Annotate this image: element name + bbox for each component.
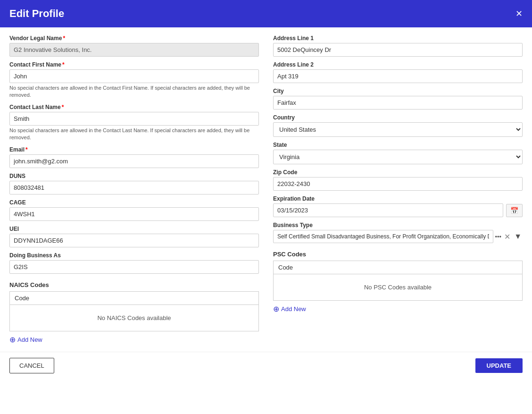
address-line2-label: Address Line 2 [273, 61, 523, 68]
contact-first-name-note: No special characters are allowed in the… [9, 84, 259, 99]
address-line1-group: Address Line 1 [273, 35, 523, 57]
country-group: Country United States Canada Other [273, 114, 523, 137]
zip-code-label: Zip Code [273, 169, 523, 176]
expiration-date-group: Expiration Date 📅 [273, 195, 523, 217]
country-select[interactable]: United States Canada Other [273, 122, 523, 137]
city-label: City [273, 88, 523, 94]
calendar-button[interactable]: 📅 [506, 204, 523, 217]
naics-empty-message: No NAICS Codes available [10, 305, 258, 331]
business-type-input[interactable] [273, 230, 493, 243]
modal-body: Vendor Legal Name* Contact First Name* N… [0, 27, 532, 352]
address-line1-input[interactable] [273, 43, 523, 57]
modal-footer: CANCEL UPDATE [0, 352, 532, 379]
doing-business-as-input[interactable] [9, 260, 259, 274]
country-label: Country [273, 114, 523, 121]
expiration-date-input[interactable] [273, 203, 503, 217]
city-input[interactable] [273, 96, 523, 110]
update-button[interactable]: UPDATE [475, 358, 523, 373]
contact-first-name-input[interactable] [9, 69, 259, 83]
naics-add-new-button[interactable]: ⊕ Add New [9, 335, 42, 344]
duns-input[interactable] [9, 181, 259, 194]
uei-label: UEI [9, 226, 259, 232]
doing-business-as-label: Doing Business As [9, 252, 259, 259]
naics-label: NAICS Codes [9, 281, 259, 288]
psc-add-new-button[interactable]: ⊕ Add New [273, 304, 306, 313]
duns-label: DUNS [9, 173, 259, 179]
zip-code-group: Zip Code [273, 169, 523, 191]
vendor-legal-name-input[interactable] [9, 43, 259, 57]
address-line2-group: Address Line 2 [273, 61, 523, 83]
cancel-button[interactable]: CANCEL [9, 358, 54, 373]
email-label: Email* [9, 146, 259, 153]
page-title: Edit Profile [9, 8, 64, 20]
naics-add-icon: ⊕ [9, 335, 16, 344]
cage-input[interactable] [9, 207, 259, 221]
contact-first-name-group: Contact First Name* No special character… [9, 61, 259, 99]
naics-add-new-label: Add New [17, 336, 42, 343]
address-line2-input[interactable] [273, 69, 523, 83]
psc-table: Code No PSC Codes available [273, 261, 523, 301]
psc-add-icon: ⊕ [273, 304, 279, 313]
zip-code-input[interactable] [273, 177, 523, 191]
business-type-group: Business Type ••• ✕ ▼ [273, 222, 523, 243]
left-column: Vendor Legal Name* Contact First Name* N… [9, 35, 259, 344]
close-button[interactable]: ✕ [515, 9, 523, 18]
email-group: Email* [9, 146, 259, 168]
expiration-date-wrapper: 📅 [273, 203, 523, 217]
contact-last-name-note: No special characters are allowed in the… [9, 127, 259, 142]
business-type-wrapper: ••• ✕ ▼ [273, 230, 523, 243]
psc-code-header: Code [274, 261, 522, 274]
expiration-date-label: Expiration Date [273, 195, 523, 202]
state-label: State [273, 142, 523, 148]
city-group: City [273, 88, 523, 110]
psc-empty-message: No PSC Codes available [274, 274, 522, 300]
business-type-clear-button[interactable]: ✕ [503, 231, 511, 242]
contact-last-name-group: Contact Last Name* No special characters… [9, 104, 259, 142]
naics-section: NAICS Codes Code No NAICS Codes availabl… [9, 281, 259, 344]
cage-label: CAGE [9, 199, 259, 206]
psc-add-new-label: Add New [281, 305, 306, 313]
business-type-dropdown-button[interactable]: ▼ [513, 231, 523, 242]
state-select[interactable]: Virginia Maryland California [273, 150, 523, 164]
contact-last-name-input[interactable] [9, 112, 259, 126]
psc-label: PSC Codes [273, 251, 523, 258]
business-type-label: Business Type [273, 222, 523, 228]
vendor-legal-name-label: Vendor Legal Name* [9, 35, 259, 42]
uei-input[interactable] [9, 234, 259, 247]
state-group: State Virginia Maryland California [273, 142, 523, 164]
modal-header: Edit Profile ✕ [0, 0, 532, 27]
contact-first-name-label: Contact First Name* [9, 61, 259, 68]
uei-group: UEI [9, 226, 259, 247]
naics-table: Code No NAICS Codes available [9, 291, 259, 331]
duns-group: DUNS [9, 173, 259, 194]
psc-section: PSC Codes Code No PSC Codes available ⊕ … [273, 251, 523, 313]
business-type-dots: ••• [495, 233, 502, 240]
cage-group: CAGE [9, 199, 259, 221]
address-line1-label: Address Line 1 [273, 35, 523, 42]
vendor-legal-name-group: Vendor Legal Name* [9, 35, 259, 57]
right-column: Address Line 1 Address Line 2 City Count… [273, 35, 523, 344]
contact-last-name-label: Contact Last Name* [9, 104, 259, 110]
email-input[interactable] [9, 154, 259, 168]
doing-business-as-group: Doing Business As [9, 252, 259, 274]
naics-code-header: Code [10, 292, 258, 305]
